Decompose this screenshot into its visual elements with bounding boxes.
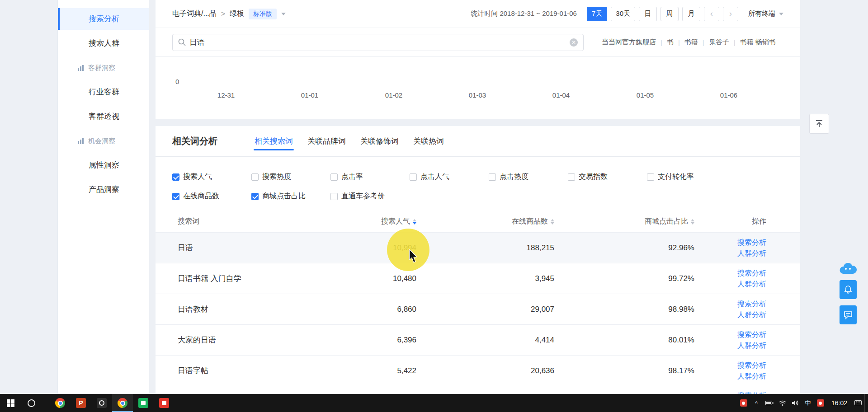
metric-checkbox-search-heat[interactable]: 搜索热度 [251, 172, 330, 182]
app-icon [97, 398, 107, 408]
touch-keyboard-icon[interactable] [852, 394, 864, 412]
range-button-day[interactable]: 日 [639, 7, 657, 21]
sort-icons[interactable] [413, 217, 416, 226]
chevron-down-icon[interactable] [281, 13, 286, 18]
tab-related-brand-words[interactable]: 关联品牌词 [307, 132, 347, 150]
sidebar-item-label: 行业客群 [89, 88, 119, 96]
search-box[interactable]: ✕ [172, 34, 584, 51]
prev-period-button[interactable]: ‹ [704, 7, 719, 21]
taskbar-app-red[interactable] [154, 394, 175, 412]
taskbar-app-chrome-active[interactable] [112, 394, 133, 412]
terminal-filter-dropdown[interactable]: 所有终端 [748, 9, 783, 18]
crowd-analysis-link[interactable]: 人群分析 [737, 248, 766, 258]
sidebar-item-industry-crowd[interactable]: 行业客群 [58, 81, 149, 103]
search-analysis-link[interactable]: 搜索分析 [737, 238, 766, 247]
search-analysis-link[interactable]: 搜索分析 [737, 360, 766, 370]
sort-asc-icon[interactable] [551, 217, 554, 221]
checkbox-icon [330, 173, 338, 181]
browser-icon [55, 398, 65, 408]
taskbar-app-green[interactable] [133, 394, 154, 412]
cloud-service-icon[interactable] [838, 262, 858, 278]
show-desktop-button[interactable] [864, 394, 868, 412]
column-header-popularity[interactable]: 搜索人气 [308, 217, 416, 226]
range-button-30d[interactable]: 30天 [611, 7, 635, 21]
network-icon[interactable] [776, 394, 789, 412]
chart-x-label: 01-03 [469, 91, 486, 99]
range-button-week[interactable]: 周 [660, 7, 679, 21]
metric-checkbox-mall-click-ratio[interactable]: 商城点击占比 [251, 192, 330, 201]
checkbox-checked-icon [172, 173, 179, 181]
search-analysis-link[interactable]: 搜索分析 [737, 330, 766, 339]
crowd-analysis-link[interactable]: 人群分析 [737, 341, 766, 350]
notification-bell-button[interactable] [840, 280, 857, 299]
sidebar-item-label: 产品洞察 [89, 185, 119, 194]
sort-desc-icon[interactable] [691, 222, 694, 226]
tray-app-icon-red-2[interactable] [814, 394, 827, 412]
sidebar-item-search-analysis[interactable]: 搜索分析 [58, 8, 149, 30]
sort-icons[interactable] [691, 217, 694, 226]
metric-checkbox-online-products[interactable]: 在线商品数 [172, 192, 251, 201]
column-header-products[interactable]: 在线商品数 [416, 217, 554, 226]
search-input[interactable] [189, 38, 566, 47]
clear-search-icon[interactable]: ✕ [570, 38, 578, 47]
hot-link[interactable]: 书籍 [684, 38, 698, 47]
hidden-icons-button[interactable]: ^ [750, 394, 763, 412]
metric-checkbox-trade-index[interactable]: 交易指数 [568, 172, 647, 182]
sidebar-item-search-crowd[interactable]: 搜索人群 [58, 33, 149, 54]
column-header-mall-ratio[interactable]: 商城点击占比 [554, 217, 694, 226]
sort-desc-icon-active[interactable] [413, 222, 416, 226]
tab-related-hot-words[interactable]: 关联热词 [412, 132, 445, 150]
sort-icons[interactable] [551, 217, 554, 226]
battery-icon[interactable] [763, 394, 776, 412]
search-icon [178, 38, 186, 46]
sidebar-item-crowd-perspective[interactable]: 客群透视 [58, 106, 149, 127]
metric-checkbox-click-heat[interactable]: 点击热度 [489, 172, 568, 182]
checkbox-icon [489, 173, 496, 181]
metric-checkbox-search-popularity[interactable]: 搜索人气 [172, 172, 251, 182]
metric-checkbox-click-popularity[interactable]: 点击人气 [410, 172, 489, 182]
taskbar-clock[interactable]: 16:02 [827, 399, 852, 407]
metric-checkbox-click-rate[interactable]: 点击率 [330, 172, 410, 182]
sidebar-item-attribute-insight[interactable]: 属性洞察 [58, 154, 149, 176]
tab-related-search-words[interactable]: 相关搜索词 [254, 132, 294, 150]
search-analysis-link[interactable]: 搜索分析 [737, 299, 766, 309]
tab-related-modifier-words[interactable]: 关联修饰词 [359, 132, 400, 150]
sort-asc-icon[interactable] [413, 217, 416, 221]
cell-keyword: 日语教材 [172, 304, 308, 314]
input-method-indicator[interactable]: 中 [802, 394, 814, 412]
cortana-search-button[interactable] [21, 394, 42, 412]
range-button-month[interactable]: 月 [682, 7, 700, 21]
back-to-top-button[interactable] [809, 114, 829, 134]
sort-desc-icon[interactable] [551, 222, 554, 226]
breadcrumb-separator: > [221, 10, 225, 18]
tray-app-icon-red[interactable] [737, 394, 750, 412]
crowd-analysis-link[interactable]: 人群分析 [737, 310, 766, 319]
next-period-button[interactable]: › [723, 7, 738, 21]
sidebar: 搜索分析 搜索人群 客群洞察 行业客群 客群透视 机会洞察 属性洞察 产品洞察 [57, 0, 149, 394]
metric-checkbox-pay-conversion[interactable]: 支付转化率 [647, 172, 726, 182]
sort-asc-icon[interactable] [691, 217, 694, 221]
search-analysis-link[interactable]: 搜索分析 [737, 391, 766, 394]
metric-checkbox-ztc-ref-price[interactable]: 直通车参考价 [330, 192, 410, 201]
hot-link[interactable]: 书 [667, 38, 674, 47]
hot-link[interactable]: 书籍 畅销书 [740, 38, 776, 47]
crowd-analysis-link[interactable]: 人群分析 [737, 279, 766, 289]
row-actions: 搜索分析人群分析 [694, 299, 766, 319]
breadcrumb-root[interactable]: 电子词典/...品 [172, 9, 217, 19]
row-actions: 搜索分析 [694, 391, 766, 394]
taskbar-app-powerpoint[interactable]: P [71, 394, 91, 412]
taskbar-app-dark[interactable] [91, 394, 112, 412]
sidebar-item-label: 客群透视 [89, 112, 119, 121]
metric-filter-row-2: 在线商品数 商城点击占比 直通车参考价 [172, 192, 783, 201]
hot-link[interactable]: 鬼谷子 [709, 38, 729, 47]
feedback-chat-button[interactable] [840, 305, 857, 324]
range-button-7d[interactable]: 7天 [587, 7, 607, 21]
sidebar-item-product-insight[interactable]: 产品洞察 [58, 179, 149, 201]
cell-popularity: 10,994 [308, 243, 416, 253]
search-analysis-link[interactable]: 搜索分析 [737, 268, 766, 278]
crowd-analysis-link[interactable]: 人群分析 [737, 371, 766, 381]
taskbar-app-browser[interactable] [50, 394, 71, 412]
volume-icon[interactable] [789, 394, 802, 412]
start-button[interactable] [0, 394, 21, 412]
hot-link[interactable]: 当当网官方旗舰店 [602, 38, 656, 47]
